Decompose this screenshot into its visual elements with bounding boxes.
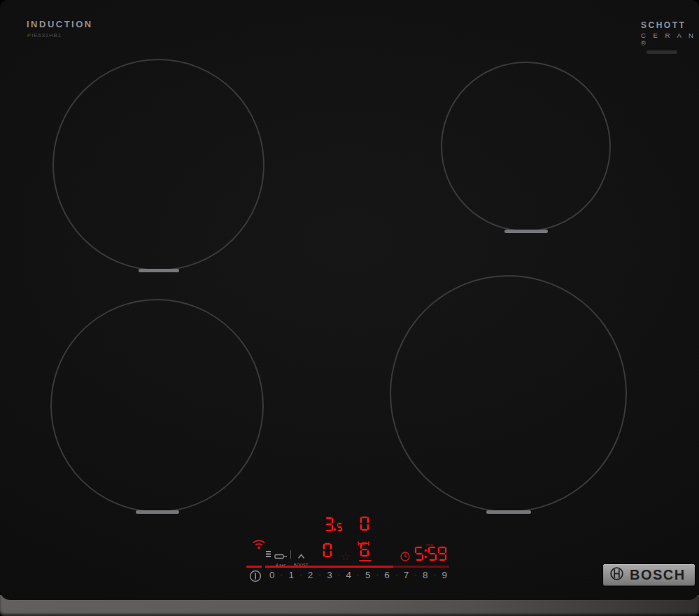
scale-separator: ·	[318, 570, 321, 579]
power-slider[interactable]	[246, 566, 449, 568]
power-level-2[interactable]: 2	[308, 570, 313, 580]
pan-icon	[274, 554, 288, 559]
star-icon[interactable]: ☆	[340, 551, 351, 563]
bosch-emblem-icon	[609, 566, 624, 584]
power-level-6[interactable]: 6	[384, 570, 390, 580]
wifi-icon	[251, 538, 267, 553]
boost-arrow-icon	[297, 554, 305, 559]
power-icon[interactable]	[249, 570, 262, 585]
cooktop-photo: INDUCTION PIE631HB1 SCHOTT C E R A N ® B…	[0, 0, 699, 616]
power-level-9[interactable]: 9	[442, 570, 447, 580]
boost-hint: BOOST	[294, 550, 309, 567]
scale-separator: ·	[414, 570, 417, 579]
display-back-right-power	[360, 517, 369, 531]
bosch-badge: BOSCH	[603, 564, 695, 586]
schott-line2: C E R A N ®	[641, 31, 699, 47]
power-level-4[interactable]: 4	[346, 570, 352, 580]
induction-label: INDUCTION	[27, 19, 93, 29]
scale-separator: ·	[281, 570, 283, 579]
glass-surface: INDUCTION PIE631HB1 SCHOTT C E R A N ® B…	[0, 0, 699, 600]
scale-separator: ·	[434, 570, 437, 579]
cooking-zone-front-right	[390, 275, 627, 512]
power-level-7[interactable]: 7	[404, 570, 409, 580]
schott-ceran-logo: SCHOTT C E R A N ®	[641, 20, 699, 54]
power-level-5[interactable]: 5	[365, 570, 371, 580]
zone-mark	[139, 269, 179, 272]
scale-separator: ·	[357, 570, 360, 579]
model-number-label: PIE631HB1	[27, 32, 62, 38]
scale-separator: ·	[376, 570, 379, 579]
cooking-zone-back-right	[441, 62, 611, 232]
power-level-0[interactable]: 0	[269, 570, 275, 580]
cooking-zone-back-left	[52, 59, 264, 271]
timer-display	[414, 547, 447, 561]
clock-icon[interactable]	[400, 552, 410, 564]
zone-mark	[486, 510, 531, 514]
zone-mark	[136, 510, 179, 514]
keypad-icon	[265, 550, 271, 562]
divider	[290, 550, 291, 559]
scale-separator: ·	[395, 570, 398, 579]
power-level-8[interactable]: 8	[423, 570, 428, 580]
display-back-left-power	[324, 517, 343, 531]
schott-fine-print	[647, 50, 677, 54]
zone-mark	[504, 230, 548, 233]
cooking-zone-front-left	[50, 299, 264, 512]
display-front-left-power	[323, 543, 332, 557]
printed-hint-cluster: 4 sec BOOST	[265, 550, 309, 567]
pot-moved-icon	[358, 536, 369, 549]
bosch-wordmark: BOSCH	[630, 567, 686, 583]
scale-separator: ·	[338, 570, 341, 579]
power-level-1[interactable]: 1	[288, 570, 294, 580]
power-level-3[interactable]: 3	[327, 570, 332, 580]
zone-select-indicator	[359, 560, 372, 561]
schott-line1: SCHOTT	[641, 20, 699, 30]
pan-detect-hint: 4 sec	[274, 550, 288, 567]
power-scale[interactable]: 0·1·2·3·4·5·6·7·8·9	[269, 568, 447, 581]
scale-separator: ·	[299, 570, 302, 579]
